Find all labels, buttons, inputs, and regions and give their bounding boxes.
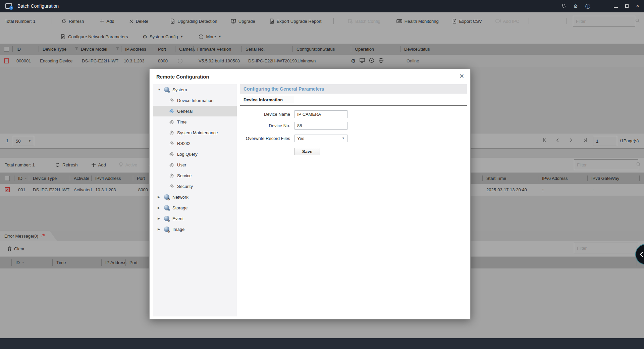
camera-expand-icon[interactable] xyxy=(177,55,183,67)
expand-arrow-icon[interactable]: ▶ xyxy=(158,217,161,220)
page-number-input[interactable]: 1 xyxy=(593,136,617,146)
pin-icon[interactable] xyxy=(41,233,46,239)
col3-ip[interactable]: IP Address xyxy=(105,257,126,268)
health-monitoring-button[interactable]: Health Monitoring xyxy=(396,19,439,24)
select-all-checkbox-2[interactable] xyxy=(5,176,10,181)
tree-item-log-query[interactable]: Log Query xyxy=(153,149,237,159)
gear-icon xyxy=(169,98,174,103)
expand-arrow-icon[interactable]: ▶ xyxy=(158,206,161,209)
tree-item-general[interactable]: General xyxy=(153,106,237,116)
remote-config-icon[interactable]: ⚙ xyxy=(351,58,356,64)
device-filter-input[interactable] xyxy=(576,19,635,24)
col3-id[interactable]: ID▼ xyxy=(15,257,24,268)
tree-item-rs232[interactable]: RS232 xyxy=(153,138,237,149)
upgrade-button[interactable]: Upgrade xyxy=(231,19,255,24)
col2-device-type[interactable]: Device Type xyxy=(33,173,57,184)
col2-start-time[interactable]: Start Time xyxy=(486,173,506,184)
device-table-row[interactable]: 000001 Encoding Device DS-IPC-E22H-IWT 1… xyxy=(0,55,644,67)
export-csv-button[interactable]: Export CSV xyxy=(452,18,482,24)
more-button[interactable]: More ▼ xyxy=(199,34,221,39)
tree-item-security[interactable]: Security xyxy=(153,181,237,192)
tree-item-service[interactable]: Service xyxy=(153,170,237,181)
prev-page-button[interactable] xyxy=(555,138,560,144)
refresh-button[interactable]: Refresh xyxy=(61,19,84,24)
close-button[interactable]: × xyxy=(636,3,639,9)
first-page-button[interactable] xyxy=(541,138,547,144)
error-filter xyxy=(574,243,638,253)
col-device-type[interactable]: Device Type xyxy=(43,44,79,55)
next-page-button[interactable] xyxy=(569,138,574,144)
tree-item-storage[interactable]: ▶ Storage xyxy=(153,202,237,213)
device-no-input[interactable] xyxy=(297,123,345,128)
error-filter-input[interactable] xyxy=(577,246,636,251)
delete-button[interactable]: Delete xyxy=(129,19,149,24)
col2-gateway[interactable]: IPv6 GateWay xyxy=(591,173,619,184)
settings-gear-icon[interactable]: ⚙ xyxy=(574,4,578,9)
add-ipc-button[interactable]: Add IPC xyxy=(495,19,519,24)
device-name-input[interactable] xyxy=(297,112,345,117)
col2-id[interactable]: ID▲ xyxy=(18,173,27,184)
row-count: 1 xyxy=(6,138,8,143)
live-view-icon[interactable] xyxy=(369,58,374,64)
col3-port[interactable]: Port xyxy=(129,257,138,268)
col2-port[interactable]: Port xyxy=(137,173,145,184)
tree-item-user[interactable]: User xyxy=(153,159,237,170)
expand-arrow-icon[interactable]: ▶ xyxy=(158,228,161,231)
row-checkbox-checked[interactable]: ✓ xyxy=(5,187,10,192)
gear-icon xyxy=(169,152,174,157)
col-config-status[interactable]: ConfigurationStatus xyxy=(297,44,335,55)
qr-code-icon[interactable] xyxy=(360,58,365,64)
col-firmware[interactable]: Firmware Version xyxy=(197,44,231,55)
clear-button[interactable]: Clear xyxy=(7,246,24,251)
tree-item-image[interactable]: ▶ Image xyxy=(153,224,237,235)
tree-item-device-information[interactable]: Device Information xyxy=(153,95,237,106)
dialog-close-icon[interactable]: ✕ xyxy=(459,72,464,80)
add-button[interactable]: Add xyxy=(100,19,114,24)
col-device-status[interactable]: DeviceStatus xyxy=(404,44,430,55)
status-bar xyxy=(0,338,644,349)
add-button-2[interactable]: Add xyxy=(91,162,106,167)
tree-item-network[interactable]: ▶ Network xyxy=(153,192,237,202)
web-browse-icon[interactable] xyxy=(378,58,384,64)
batch-config-button[interactable]: Batch Config xyxy=(348,19,380,24)
col-camera[interactable]: Camera xyxy=(179,44,195,55)
col-port[interactable]: Port xyxy=(158,44,166,55)
tree-item-system-maintenance[interactable]: System Maintenance xyxy=(153,127,237,138)
export-upgrade-report-button[interactable]: Export Upgrade Report xyxy=(269,18,322,24)
col2-ipv4[interactable]: IPv4 Address xyxy=(95,173,121,184)
notification-bell-icon[interactable] xyxy=(561,3,566,9)
col2-activate[interactable]: Activate xyxy=(74,173,89,184)
online-filter xyxy=(574,159,638,170)
col-ip-address[interactable]: IP Address xyxy=(125,44,146,55)
filter-funnel-icon[interactable] xyxy=(115,47,120,52)
tree-item-system[interactable]: ▼ System xyxy=(153,84,237,95)
save-button[interactable]: Save xyxy=(294,148,320,155)
maximize-button[interactable] xyxy=(625,4,629,8)
col3-time[interactable]: Time xyxy=(56,257,66,268)
select-all-checkbox[interactable] xyxy=(4,47,9,52)
col-id[interactable]: ID xyxy=(16,44,21,55)
row-checkbox[interactable] xyxy=(4,58,9,63)
upgrading-detection-button[interactable]: Upgrading Detection xyxy=(170,18,217,24)
tree-item-time[interactable]: Time xyxy=(153,116,237,127)
refresh-button-2[interactable]: Refresh xyxy=(55,162,78,167)
page-size-select[interactable]: 50▼ xyxy=(13,136,34,146)
minimize-button[interactable] xyxy=(614,7,618,8)
expand-arrow-icon[interactable]: ▶ xyxy=(158,195,161,199)
col2-ipv6[interactable]: IPv6 Address xyxy=(542,173,568,184)
tree-item-event[interactable]: ▶ Event xyxy=(153,213,237,224)
online-filter-input[interactable] xyxy=(577,162,636,167)
category-globe-gear-icon xyxy=(164,205,169,210)
tab-error-message[interactable]: Error Message(0) xyxy=(0,231,57,241)
info-icon[interactable]: ⓘ xyxy=(585,4,590,9)
system-config-button[interactable]: ⚙ System Config ▼ xyxy=(143,34,183,39)
col-operation[interactable]: Operation xyxy=(355,44,374,55)
col-device-model[interactable]: Device Model xyxy=(81,44,120,55)
upgrade-badge-icon: ↑ xyxy=(9,6,13,10)
configure-network-parameters-button[interactable]: Configure Network Parameters xyxy=(61,34,128,39)
last-page-button[interactable] xyxy=(582,138,588,144)
col-serial[interactable]: Serial No. xyxy=(246,44,265,55)
overwrite-select[interactable]: Yes ▼ xyxy=(294,135,347,142)
collapse-arrow-icon[interactable]: ▼ xyxy=(158,88,161,91)
active-button[interactable]: Active xyxy=(119,162,137,167)
